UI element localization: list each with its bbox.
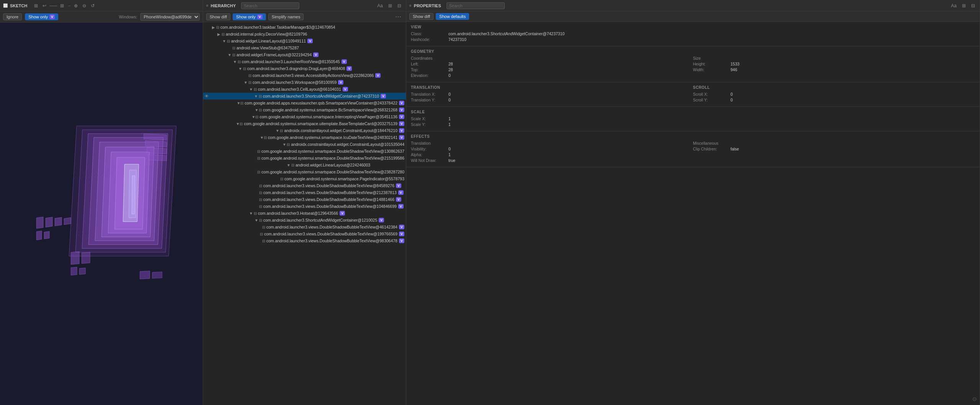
refresh-btn[interactable]: ↺ xyxy=(89,2,96,9)
tx-value: 0 xyxy=(448,92,693,96)
tree-item[interactable]: ⊟com.google.android.systemui.smartspace.… xyxy=(203,175,406,182)
tree-item[interactable]: ▼⊟com.android.launcher3.ShortcutAndWidge… xyxy=(203,217,406,224)
tree-item[interactable]: ⊟com.android.launcher3.views.DoubleShado… xyxy=(203,196,406,203)
ignore-button[interactable]: Ignore xyxy=(3,13,22,20)
tree-item[interactable]: ⊟com.android.launcher3.views.DoubleShado… xyxy=(203,189,406,196)
hierarchy-show-diff-btn[interactable]: Show diff xyxy=(206,13,230,20)
hierarchy-panel-title: HIERARCHY xyxy=(211,3,236,8)
properties-toolbar: Show diff Show defaults xyxy=(406,11,980,22)
properties-settings-btn[interactable]: ⊟ xyxy=(970,2,977,9)
tree-item[interactable]: ⊟com.android.launcher3.views.Accessibili… xyxy=(203,72,406,79)
sketch-panel-title: SKETCH xyxy=(10,3,27,8)
zoom-in-btn[interactable]: ⊕ xyxy=(72,2,79,9)
tree-item[interactable]: ▼⊟com.google.android.systemui.smartspace… xyxy=(203,134,406,141)
tree-item[interactable]: ▼⊟com.google.android.systemui.smartspace… xyxy=(203,113,406,120)
tree-item[interactable]: ▼⊟androidx.constraintlayout.widget.Const… xyxy=(203,127,406,134)
tree-label: com.android.launcher3.ShortcutAndWidgetC… xyxy=(263,94,379,98)
tree-item[interactable]: ▼⊟com.android.launcher3.CellLayout@66104… xyxy=(203,86,406,93)
tree-icon: ⊟ xyxy=(240,101,243,105)
tree-item[interactable]: ⊟com.google.android.systemui.smartspace.… xyxy=(203,155,406,162)
nav-icon-1[interactable]: ⊞ xyxy=(33,2,39,9)
tree-icon: ⊟ xyxy=(222,32,225,36)
v-badge: V xyxy=(399,225,404,229)
effects-section: Effects Translation Visibility: 0 Alpha:… xyxy=(406,131,980,167)
tree-item[interactable]: ▼⊟android.widget.LinearLayout@224246003 xyxy=(203,162,406,168)
tree-item[interactable]: ⊟com.google.android.systemui.smartspace.… xyxy=(203,148,406,155)
show-only-button[interactable]: Show only V xyxy=(25,13,58,20)
scroll-group: Scroll Scroll X: 0 Scroll Y: 0 xyxy=(693,85,975,103)
scroll-section-title: Scroll xyxy=(693,85,975,90)
hierarchy-settings-btn[interactable]: ⊟ xyxy=(396,2,403,9)
properties-text-size-btn[interactable]: Aa xyxy=(949,2,958,9)
properties-search-input[interactable] xyxy=(446,2,505,9)
tree-item[interactable]: ⊟com.android.launcher3.views.DoubleShado… xyxy=(203,237,406,244)
tree-item[interactable]: ⊟com.android.launcher3.views.DoubleShado… xyxy=(203,203,406,210)
tree-item[interactable]: ⊟android.view.ViewStub@63475287 xyxy=(203,44,406,51)
show-only-badge: V xyxy=(49,15,55,19)
tree-item[interactable]: ▼⊟com.google.android.systemui.smartspace… xyxy=(203,120,406,127)
hierarchy-simplify-btn[interactable]: Simplify names xyxy=(268,13,304,20)
tree-item[interactable]: 👁▼⊟com.android.launcher3.ShortcutAndWidg… xyxy=(203,93,406,100)
svg-rect-25 xyxy=(140,271,150,279)
tree-icon: ⊟ xyxy=(264,136,267,140)
properties-show-diff-btn[interactable]: Show diff xyxy=(409,13,433,20)
nav-icon-2[interactable]: ↩ xyxy=(41,2,48,9)
v-badge: V xyxy=(396,183,401,188)
tree-item[interactable]: ▼⊟androidx.constraintlayout.widget.Const… xyxy=(203,141,406,148)
ty-label: Translation Y: xyxy=(411,98,445,102)
tree-item[interactable]: ▼⊟android.widget.LinearLayout@110949111V xyxy=(203,38,406,44)
tree-item[interactable]: ⊟com.android.launcher3.views.DoubleShado… xyxy=(203,224,406,230)
properties-show-defaults-btn[interactable]: Show defaults xyxy=(436,13,469,20)
hierarchy-show-only-btn[interactable]: Show only V xyxy=(233,13,266,20)
tree-icon: ⊟ xyxy=(216,25,219,29)
tree-item[interactable]: ⊟com.android.launcher3.views.DoubleShado… xyxy=(203,230,406,237)
sketch-panel-icon: ⬜ xyxy=(3,3,8,8)
svg-rect-1 xyxy=(46,217,53,227)
sketch-panel-header: ⬜ SKETCH ⊞ ↩ —— ⊞ → ⊕ ⊖ ↺ xyxy=(0,0,203,11)
eye-icon: 👁 xyxy=(205,94,209,98)
tree-icon: ⊟ xyxy=(259,218,262,222)
nav-icon-3[interactable]: ⊞ xyxy=(59,2,66,9)
windows-select[interactable]: PhoneWindow@ad699de xyxy=(140,13,200,21)
tree-icon: ⊟ xyxy=(259,204,262,209)
v-badge: V xyxy=(338,80,343,85)
tree-item[interactable]: ▼⊟com.android.launcher3.dragndrop.DragLa… xyxy=(203,65,406,72)
effects-translation-label: Translation xyxy=(411,141,693,145)
clip-children-value: false xyxy=(730,147,975,151)
tree-arrow: ▼ xyxy=(254,108,259,112)
tree-item[interactable]: ▼⊟com.google.android.systemui.smartspace… xyxy=(203,106,406,113)
scroll-y-value: 0 xyxy=(730,98,975,102)
hierarchy-text-size-btn[interactable]: Aa xyxy=(376,2,384,9)
tree-label: com.android.launcher3.Workspace@58100959 xyxy=(253,80,337,85)
v-badge: V xyxy=(379,218,384,222)
properties-filter-btn[interactable]: ⊞ xyxy=(960,2,967,9)
tree-item[interactable]: ▼⊟com.google.android.apps.nexuslauncher.… xyxy=(203,100,406,106)
v-badge: V xyxy=(399,108,404,112)
svg-rect-3 xyxy=(64,217,71,225)
svg-rect-24 xyxy=(148,154,167,161)
tree-arrow: ▼ xyxy=(275,129,280,133)
tree-icon: ⊟ xyxy=(254,211,257,216)
hierarchy-filter-btn[interactable]: ⊞ xyxy=(387,2,394,9)
tree-item[interactable]: ▼⊟com.android.launcher3.LauncherRootView… xyxy=(203,58,406,65)
tree-item[interactable]: ▶⊟com.android.launcher3.taskbar.TaskbarM… xyxy=(203,24,406,31)
top-value: 28 xyxy=(448,67,693,72)
visibility-value: 0 xyxy=(448,147,693,151)
tree-item[interactable]: ▼⊟android.widget.FrameLayout@322194294V xyxy=(203,51,406,58)
tree-item[interactable]: ⊟com.google.android.systemui.smartspace.… xyxy=(203,168,406,175)
tree-item[interactable]: ⊟com.android.launcher3.views.DoubleShado… xyxy=(203,182,406,189)
tree-item[interactable]: ▶⊟android.internal.policy.DecorView@8210… xyxy=(203,31,406,38)
zoom-out-btn[interactable]: ⊖ xyxy=(81,2,88,9)
translation-group: Translation Translation X: 0 Translation… xyxy=(411,85,693,103)
tree-arrow: ▶ xyxy=(216,32,222,36)
tree-item[interactable]: ▼⊟com.android.launcher3.Hotseat@12964356… xyxy=(203,210,406,217)
v-badge: V xyxy=(307,39,313,43)
properties-panel-header: ≡ PROPERTIES Aa ⊞ ⊟ xyxy=(406,0,980,11)
tree-label: com.google.android.apps.nexuslauncher.qs… xyxy=(245,101,397,105)
hashcode-row: Hashcode: 74237310 xyxy=(411,37,975,42)
tree-item[interactable]: ▼⊟com.android.launcher3.Workspace@581009… xyxy=(203,79,406,86)
tree-arrow: ▼ xyxy=(260,136,264,140)
hierarchy-search-input[interactable] xyxy=(241,2,299,9)
hierarchy-more-btn[interactable]: ⋯ xyxy=(394,13,403,20)
tree-label: com.android.launcher3.taskbar.TaskbarMan… xyxy=(220,25,335,29)
